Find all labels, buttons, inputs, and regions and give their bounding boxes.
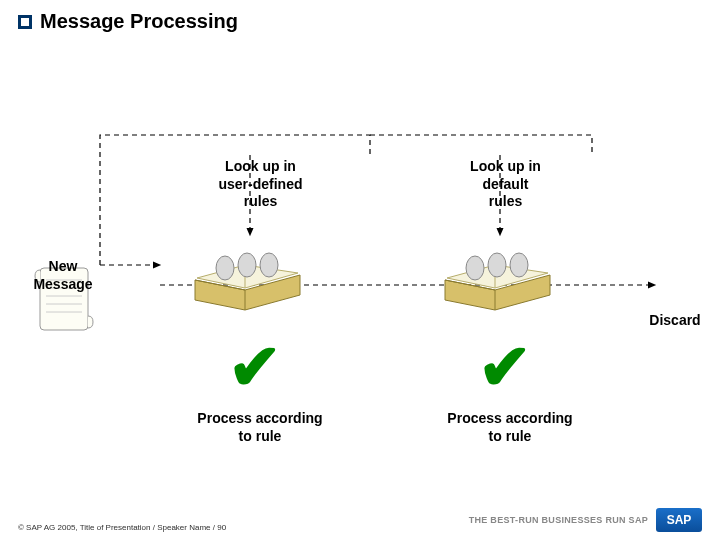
svg-point-7: [238, 253, 256, 277]
discard-label: Discard: [640, 312, 710, 330]
svg-point-10: [488, 253, 506, 277]
flow-lines: [0, 0, 720, 540]
svg-point-9: [466, 256, 484, 280]
footer: © SAP AG 2005, Title of Presentation / S…: [18, 508, 702, 532]
check-icon: ✔: [228, 330, 282, 404]
lookup-user-label: Look up in user-defined rules: [198, 158, 323, 211]
book-icon: [185, 240, 315, 330]
sap-logo-text: SAP: [667, 513, 692, 527]
process-left-label: Process according to rule: [170, 410, 350, 445]
check-icon: ✔: [478, 330, 532, 404]
copyright-text: © SAP AG 2005, Title of Presentation / S…: [18, 523, 226, 532]
process-right-label: Process according to rule: [420, 410, 600, 445]
book-icon: [435, 240, 565, 330]
new-message-label: New Message: [18, 258, 108, 293]
tagline-text: THE BEST-RUN BUSINESSES RUN SAP: [469, 515, 648, 525]
sap-logo: SAP: [656, 508, 702, 532]
lookup-default-label: Look up in default rules: [448, 158, 563, 211]
svg-point-11: [510, 253, 528, 277]
svg-point-8: [260, 253, 278, 277]
svg-point-6: [216, 256, 234, 280]
